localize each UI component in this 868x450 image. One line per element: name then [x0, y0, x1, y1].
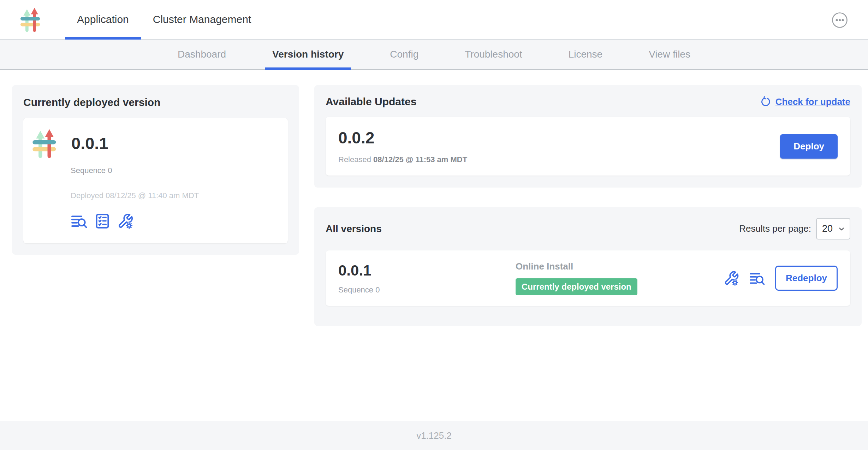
subnav-config[interactable]: Config — [382, 40, 426, 69]
preflight-checks-button[interactable] — [94, 213, 111, 229]
page-footer: v1.125.2 — [0, 421, 868, 450]
subnav-config-label: Config — [390, 49, 418, 60]
refresh-icon — [760, 96, 771, 107]
row-view-diff-logs-button[interactable] — [749, 271, 765, 286]
config-wrench-icon — [724, 271, 739, 286]
row-sequence: Sequence 0 — [338, 285, 516, 295]
all-versions-title: All versions — [326, 223, 382, 235]
preflight-checks-icon — [94, 213, 111, 229]
currently-deployed-panel: Currently deployed version 0.0.1 Sequenc… — [12, 85, 299, 255]
results-per-page-select[interactable]: 20 — [816, 218, 850, 239]
right-column: Available Updates Check for update 0.0.2… — [314, 85, 862, 326]
row-install-type: Online Install — [516, 261, 724, 272]
available-updates-title: Available Updates — [326, 96, 416, 108]
subnav-troubleshoot[interactable]: Troubleshoot — [457, 40, 529, 69]
tab-application[interactable]: Application — [65, 0, 141, 39]
diff-logs-icon — [749, 271, 765, 286]
subnav-view-files-label: View files — [649, 49, 690, 60]
subnav-license-label: License — [569, 49, 603, 60]
tab-cluster-management-label: Cluster Management — [153, 13, 251, 25]
current-sequence: Sequence 0 — [71, 166, 279, 175]
chevron-down-icon — [838, 225, 845, 233]
app-subnav: Dashboard Version history Config Trouble… — [0, 40, 868, 70]
version-row: 0.0.1 Sequence 0 Online Install Currentl… — [326, 250, 850, 306]
update-row: 0.0.2 Released 08/12/25 @ 11:53 am MDT D… — [326, 117, 850, 176]
current-deployed-timestamp: Deployed 08/12/25 @ 11:40 am MDT — [71, 191, 279, 200]
diff-logs-icon — [71, 213, 88, 229]
results-per-page-value: 20 — [822, 223, 833, 234]
active-subnav-underline — [265, 67, 351, 70]
header-tabs: Application Cluster Management — [65, 0, 263, 39]
top-header: Application Cluster Management — [0, 0, 868, 40]
app-logo-icon — [32, 128, 58, 158]
tab-application-label: Application — [77, 13, 129, 25]
config-wrench-icon — [117, 213, 133, 229]
currently-deployed-card: 0.0.1 Sequence 0 Deployed 08/12/25 @ 11:… — [23, 118, 288, 243]
currently-deployed-title: Currently deployed version — [23, 96, 288, 108]
overflow-menu-button[interactable] — [831, 12, 848, 29]
deploy-button[interactable]: Deploy — [780, 134, 838, 159]
currently-deployed-badge: Currently deployed version — [516, 278, 637, 295]
main-content: Currently deployed version 0.0.1 Sequenc… — [0, 70, 868, 421]
current-version-number: 0.0.1 — [71, 134, 108, 153]
row-edit-config-button[interactable] — [724, 271, 739, 286]
edit-config-button[interactable] — [117, 213, 133, 229]
update-version-number: 0.0.2 — [338, 128, 467, 147]
ellipsis-circle-icon — [831, 12, 848, 29]
subnav-troubleshoot-label: Troubleshoot — [465, 49, 522, 60]
row-version-number: 0.0.1 — [338, 262, 516, 279]
subnav-license[interactable]: License — [561, 40, 610, 69]
available-updates-panel: Available Updates Check for update 0.0.2… — [314, 85, 862, 188]
subnav-view-files[interactable]: View files — [641, 40, 698, 69]
view-diff-logs-button[interactable] — [71, 213, 88, 229]
all-versions-panel: All versions Results per page: 20 0.0. — [314, 207, 862, 326]
check-for-update-link[interactable]: Check for update — [760, 96, 850, 107]
console-version: v1.125.2 — [416, 430, 452, 441]
subnav-dashboard-label: Dashboard — [178, 49, 226, 60]
app-logo — [20, 0, 42, 39]
subnav-version-history-label: Version history — [272, 49, 344, 60]
released-date: 08/12/25 @ 11:53 am MDT — [373, 155, 467, 164]
tab-cluster-management[interactable]: Cluster Management — [141, 0, 263, 39]
subnav-dashboard[interactable]: Dashboard — [170, 40, 233, 69]
redeploy-button[interactable]: Redeploy — [775, 266, 838, 291]
admin-console-page: Application Cluster Management Dashboard… — [0, 0, 868, 450]
active-tab-underline — [65, 37, 141, 40]
results-per-page-label: Results per page: — [739, 223, 811, 234]
check-for-update-label: Check for update — [775, 96, 850, 107]
released-prefix: Released — [338, 155, 373, 164]
subnav-version-history[interactable]: Version history — [265, 40, 351, 69]
update-released-line: Released 08/12/25 @ 11:53 am MDT — [338, 155, 467, 164]
app-logo-icon — [20, 7, 42, 32]
